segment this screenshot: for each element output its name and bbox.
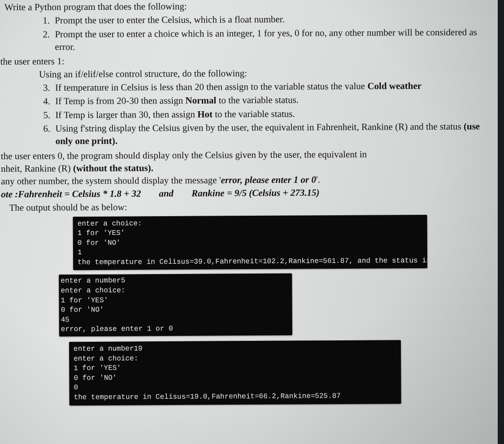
step-4-b: to the variable status. [216, 95, 299, 106]
step-6-a: Using f'string display the Celsius given… [55, 121, 464, 134]
content: Write a Python program that does the fol… [0, 0, 498, 410]
t2-l6: error, please enter 1 or 0 [61, 325, 173, 333]
t3-l2: enter a choice: [74, 354, 138, 363]
step-1: Prompt the user to enter the Celsius, wh… [52, 12, 490, 27]
step-5-a: If Temp is larger than 30, then assign [55, 109, 197, 120]
t1-l1: enter a choice: [78, 219, 142, 228]
step-3-bold: Cold weather [367, 80, 421, 91]
step-5-hot: Hot [197, 109, 213, 119]
steps-list-2: If temperature in Celsius is less than 2… [0, 79, 491, 148]
step-4-normal: Normal [185, 95, 216, 106]
formula-line: ote :Fahrenheit = Celsius * 1.8 + 32andR… [1, 185, 491, 200]
t1-l2: 1 for 'YES' [78, 229, 125, 238]
any-other-b: '. [316, 174, 320, 185]
formula-and: and [159, 188, 174, 199]
intro-line: Write a Python program that does the fol… [4, 0, 490, 13]
step-6: Using f'string display the Celsius given… [52, 120, 490, 148]
t1-l4: 1 [78, 248, 82, 257]
t3-l1: enter a number19 [74, 344, 143, 353]
t3-l4: 0 for 'NO' [74, 374, 117, 382]
step-3-text: If temperature in Celsius is less than 2… [55, 81, 367, 93]
t2-l2: enter a choice: [61, 287, 125, 295]
terminal-output-1: enter a choice: 1 for 'YES' 0 for 'NO' 1… [73, 215, 428, 270]
step-5-b: to the variable status. [213, 108, 295, 119]
formula-fahrenheit: Fahrenheit = Celsius * 1.8 + 32 [18, 188, 141, 199]
note-label: ote : [1, 189, 18, 200]
background-strip [498, 0, 504, 444]
terminal-output-3: enter a number19 enter a choice: 1 for '… [69, 340, 401, 405]
step-3: If temperature in Celsius is less than 2… [52, 79, 490, 94]
t3-l5: 0 [74, 384, 78, 392]
formula-rankine: Rankine = 9/5 (Celsius + 273.15) [191, 187, 319, 198]
step-4: If Temp is from 20-30 then assign Normal… [52, 93, 490, 108]
t2-l3: 1 for 'YES' [61, 296, 108, 305]
t2-l4: 0 for 'NO' [61, 306, 104, 314]
without-status: (without the status). [73, 162, 153, 174]
any-other-err: error, please enter 1 or 0 [221, 174, 316, 186]
assignment-page: Write a Python program that does the fol… [0, 0, 498, 444]
using-line: Using an if/elif/else control structure,… [39, 65, 490, 81]
if-user-0-b-text: nheit, Rankine (R) [1, 163, 73, 174]
t3-l3: 1 for 'YES' [74, 364, 121, 373]
step-4-a: If Temp is from 20-30 then assign [55, 95, 185, 107]
t2-l1: enter a number5 [61, 277, 125, 285]
t2-l5: 45 [61, 316, 70, 324]
terminal-output-2: enter a number5 enter a choice: 1 for 'Y… [59, 274, 292, 336]
any-other-a: any other number, the system should disp… [1, 175, 221, 187]
output-intro: The output should be as below: [9, 199, 491, 214]
step-2: Prompt the user to enter a choice which … [52, 26, 490, 53]
step-5: If Temp is larger than 30, then assign H… [52, 106, 490, 121]
t1-l5a: the temperature in Celisus=39.0,Fahrenhe… [78, 257, 427, 266]
t3-l6: the temperature in Celisus=19.0,Fahrenhe… [74, 392, 341, 401]
steps-list-1: Prompt the user to enter the Celsius, wh… [0, 12, 490, 54]
t1-l3: 0 for 'NO' [78, 239, 121, 247]
